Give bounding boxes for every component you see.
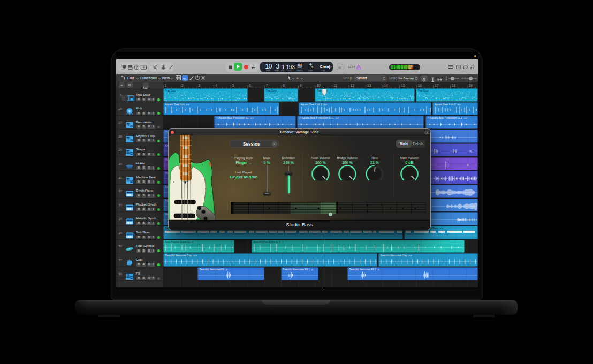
svg-text:4: 4 <box>215 83 217 87</box>
svg-text:8: 8 <box>283 83 285 87</box>
svg-text:14: 14 <box>384 83 389 87</box>
svg-text:19: 19 <box>468 83 473 87</box>
svg-text:2: 2 <box>181 83 184 87</box>
svg-text:3: 3 <box>199 83 201 87</box>
svg-text:10: 10 <box>316 83 321 87</box>
svg-text:9: 9 <box>300 83 302 87</box>
svg-text:13: 13 <box>367 83 371 87</box>
svg-text:16: 16 <box>418 83 422 87</box>
svg-text:6: 6 <box>249 83 251 87</box>
svg-text:15: 15 <box>401 83 405 87</box>
svg-text:18: 18 <box>452 83 456 87</box>
svg-text:12: 12 <box>351 83 355 87</box>
svg-text:1: 1 <box>165 83 167 87</box>
svg-text:5: 5 <box>232 83 234 87</box>
svg-text:7: 7 <box>266 83 268 87</box>
svg-text:11: 11 <box>333 83 337 87</box>
svg-text:17: 17 <box>435 83 439 87</box>
